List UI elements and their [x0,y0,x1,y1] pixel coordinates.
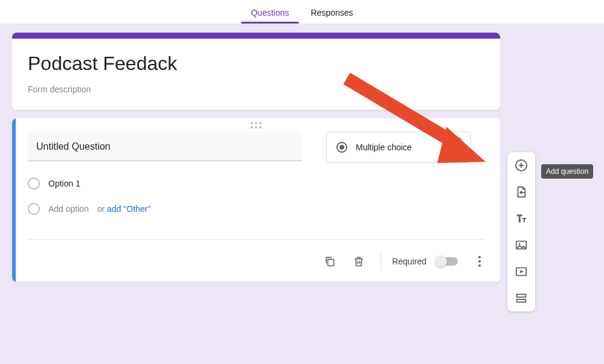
svg-rect-0 [328,260,334,266]
radio-icon [336,142,347,153]
add-option-text[interactable]: Add option [48,204,89,214]
form-header-card: Podcast Feedack Form description [12,33,500,110]
add-option-row: Add option or add "Other" [28,203,484,215]
add-other-link[interactable]: add "Other" [107,204,150,214]
add-section-button[interactable] [514,291,528,305]
trash-icon [353,255,365,267]
more-menu-button[interactable] [469,251,490,272]
radio-outline-icon [28,177,40,190]
tab-responses[interactable]: Responses [309,8,356,24]
question-card: Untitled Question Multiple choice Option… [12,118,500,282]
video-icon [515,265,528,278]
or-text: or [97,204,107,214]
add-image-button[interactable] [514,238,528,252]
radio-outline-icon [28,203,40,215]
divider-vertical [381,252,381,271]
plus-circle-icon [514,158,528,173]
tab-questions[interactable]: Questions [248,8,291,24]
duplicate-button[interactable] [319,251,341,272]
drag-handle-icon [251,122,262,129]
option-label: Option 1 [48,179,80,188]
required-label: Required [392,257,426,266]
delete-button[interactable] [348,251,370,272]
import-questions-button[interactable] [514,185,528,199]
import-icon [515,185,528,199]
divider [28,239,484,240]
question-type-select[interactable]: Multiple choice [326,132,471,163]
svg-rect-5 [517,295,526,298]
image-icon [515,238,528,252]
required-toggle[interactable] [436,257,458,266]
add-video-button[interactable] [514,264,528,279]
add-title-button[interactable] [514,211,528,226]
question-title-input[interactable]: Untitled Question [28,132,302,161]
svg-rect-6 [517,299,526,302]
option-row[interactable]: Option 1 [28,177,484,190]
workspace: Podcast Feedack Form description Untitle… [0,24,604,364]
question-type-label: Multiple choice [356,142,446,152]
add-question-button[interactable] [514,158,528,173]
accent-stripe [12,33,500,39]
add-question-tooltip: Add question [541,164,593,179]
svg-point-3 [518,243,520,245]
side-toolbar [507,152,535,311]
section-icon [515,292,528,305]
copy-icon [324,255,336,267]
drag-handle[interactable] [12,118,500,132]
form-description[interactable]: Form description [28,85,484,94]
chevron-down-icon [455,146,461,149]
text-icon [515,212,528,225]
form-title[interactable]: Podcast Feedack [28,52,484,75]
tab-bar: Questions Responses [0,0,604,24]
